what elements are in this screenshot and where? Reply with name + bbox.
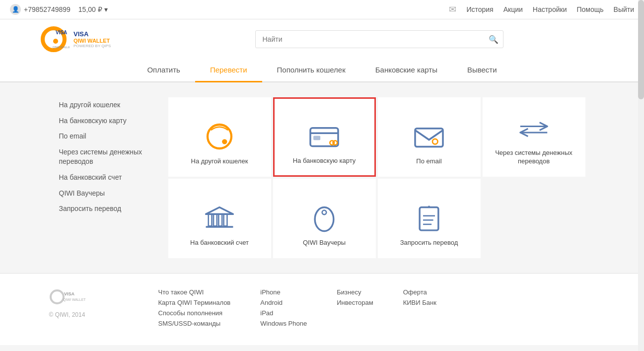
footer-link-top-up-methods[interactable]: Способы пополнения [158,309,231,317]
footer-link-iphone[interactable]: iPhone [260,288,307,296]
svg-text:QIWI WALLET: QIWI WALLET [53,46,70,49]
svg-point-5 [222,139,227,144]
wallet-icon [202,122,237,151]
grid-item-money-transfer-label: Через системы денежных переводов [489,149,579,166]
search-button[interactable]: 🔍 [489,34,499,44]
grid-item-bank-account[interactable]: На банковский счет [168,179,271,258]
footer-inner: VISA QIWI WALLET © QIWI, 2014 Что такое … [49,288,595,330]
logo-area: VISA QIWI WALLET VISA QIWI WALLET POWERE… [40,25,139,53]
footer-col-1: Что такое QIWI Карта QIWI Терминалов Спо… [158,288,231,330]
grid-item-vouchers[interactable]: QIWI Ваучеры [273,179,376,258]
tab-bank-cards[interactable]: Банковские карты [360,59,452,81]
svg-rect-8 [313,136,320,140]
tab-refill[interactable]: Пополнить кошелек [262,59,360,81]
svg-rect-16 [209,214,212,226]
grid-area: На другой кошелек На банковскую карту [168,97,585,258]
footer-link-android[interactable]: Android [260,299,307,306]
footer-link-qiwi-bank[interactable]: КИВИ Банк [403,299,436,306]
nav-help[interactable]: Помощь [576,5,603,13]
content-area: На другой кошелек На банковскую карту По… [49,97,595,258]
footer-logo: VISA QIWI WALLET © QIWI, 2014 [49,288,129,330]
grid-item-money-transfer[interactable]: Через системы денежных переводов [483,97,585,177]
svg-rect-23 [420,208,438,230]
mail-icon: ✉ [449,4,456,15]
tab-transfer[interactable]: Перевести [195,59,262,82]
footer-link-ipad[interactable]: iPad [260,309,307,317]
card-icon [307,121,342,151]
search-bar: 🔍 [255,30,503,48]
grid-item-another-wallet[interactable]: На другой кошелек [168,97,271,177]
nav-history[interactable]: История [466,5,493,13]
tab-pay[interactable]: Оплатить [132,59,195,81]
footer-link-what-is-qiwi[interactable]: Что такое QIWI [158,288,231,296]
voucher-icon [307,203,342,233]
grid-item-bank-card-label: На банковскую карту [293,157,356,165]
footer-logo-svg: VISA QIWI WALLET [49,288,94,306]
footer-col-3: Бизнесу Инвесторам [337,288,373,330]
grid-item-request[interactable]: Запросить перевод [378,179,481,258]
grid-item-bank-account-label: На банковский счет [190,239,249,247]
email-icon [412,122,446,151]
avatar-icon: 👤 [10,4,21,15]
svg-rect-17 [214,214,217,226]
footer-link-windows-phone[interactable]: Windows Phone [260,320,307,327]
svg-point-12 [432,139,438,144]
svg-rect-19 [224,214,227,226]
grid-item-another-wallet-label: На другой кошелек [191,157,248,166]
scrollbar-track[interactable] [638,0,644,345]
sidebar-item-money-transfer[interactable]: Через системы денежных переводов [59,144,158,170]
svg-text:VISA: VISA [56,30,67,35]
sidebar-item-bank-card[interactable]: На банковскую карту [59,113,158,129]
footer-copyright: © QIWI, 2014 [49,311,129,318]
svg-text:VISA: VISA [64,291,75,296]
sidebar-item-bank-account[interactable]: На банковский счет [59,170,158,186]
svg-marker-15 [206,208,233,214]
grid-item-vouchers-label: QIWI Ваучеры [303,239,346,247]
svg-text:QIWI WALLET: QIWI WALLET [63,298,86,302]
logo-search-row: VISA QIWI WALLET VISA QIWI WALLET POWERE… [0,19,644,59]
logo-text: VISA QIWI WALLET POWERED BY QIPS [73,30,111,48]
sidebar-item-email[interactable]: По email [59,129,158,144]
grid-item-email[interactable]: По email [378,97,481,177]
svg-point-22 [322,211,327,215]
sidebar: На другой кошелек На банковскую карту По… [59,97,158,258]
svg-point-1 [53,39,58,44]
scrollbar-thumb[interactable] [638,0,644,99]
svg-point-10 [333,140,338,145]
sidebar-item-vouchers[interactable]: QIWI Ваучеры [59,186,158,202]
footer-col-2: iPhone Android iPad Windows Phone [260,288,307,330]
bank-icon [202,203,237,233]
grid-empty-cell [483,179,585,258]
grid-item-bank-card[interactable]: На банковскую карту [273,97,376,177]
sidebar-item-request[interactable]: Запросить перевод [59,201,158,217]
transfer-icon [516,113,551,143]
footer: VISA QIWI WALLET © QIWI, 2014 Что такое … [0,273,644,345]
nav-promo[interactable]: Акции [503,5,523,13]
phone-display: 👤 +79852749899 [10,4,71,15]
top-bar: 👤 +79852749899 15,00 ₽ ▾ ✉ История Акции… [0,0,644,19]
balance-display: 15,00 ₽ ▾ [78,5,108,13]
nav-settings[interactable]: Настройки [533,5,567,13]
svg-rect-18 [218,214,222,226]
qiwi-logo: VISA QIWI WALLET [40,25,70,53]
footer-link-sms-commands[interactable]: SMS/USSD-команды [158,320,231,327]
grid-item-email-label: По email [416,157,441,166]
request-icon [412,203,446,233]
footer-link-terminal-map[interactable]: Карта QIWI Терминалов [158,299,231,306]
sidebar-item-another-wallet[interactable]: На другой кошелек [59,97,158,113]
footer-link-business[interactable]: Бизнесу [337,288,373,296]
transfer-grid: На другой кошелек На банковскую карту [168,97,585,258]
svg-point-28 [51,290,64,303]
svg-rect-11 [415,129,443,147]
main-nav: Оплатить Перевести Пополнить кошелек Бан… [0,59,644,82]
grid-item-request-label: Запросить перевод [400,239,458,247]
search-input[interactable] [255,30,503,48]
svg-point-4 [208,125,231,148]
footer-link-investors[interactable]: Инвесторам [337,299,373,306]
nav-logout[interactable]: Выйти [614,5,634,13]
footer-col-4: Оферта КИВИ Банк [403,288,436,330]
top-nav: ✉ История Акции Настройки Помощь Выйти [449,4,634,15]
tab-withdraw[interactable]: Вывести [452,59,512,81]
footer-link-offer[interactable]: Оферта [403,288,436,296]
